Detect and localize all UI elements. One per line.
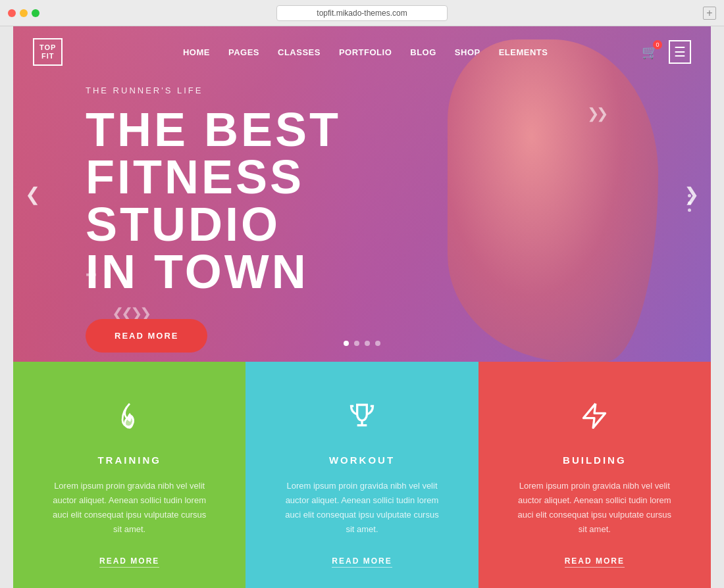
training-title: TRAINING [97, 454, 161, 466]
new-tab-button[interactable]: + [703, 7, 716, 20]
slider-dot-4[interactable] [375, 341, 380, 346]
trophy-icon [348, 401, 376, 436]
building-title: BUILDING [563, 454, 627, 466]
nav-blog[interactable]: BLOG [410, 47, 436, 57]
cart-badge: 0 [653, 40, 662, 49]
main-nav: HOME PAGES CLASSES PORTFOLIO BLOG SHOP E… [89, 47, 642, 57]
slider-dot-3[interactable] [365, 341, 370, 346]
cart-icon[interactable]: 🛒 0 [642, 44, 658, 60]
browser-chrome: topfit.mikado-themes.com + [0, 0, 724, 26]
header-icons: 🛒 0 ☰ [642, 40, 691, 64]
building-text: Lorem ipsum proin gravida nibh vel velit… [515, 479, 673, 537]
workout-read-more[interactable]: READ MORE [332, 556, 392, 568]
site-header: TOP FIT HOME PAGES CLASSES PORTFOLIO BLO… [13, 26, 711, 78]
hero-title: THE BEST FITNESS STUDIO IN TOWN [86, 106, 341, 295]
features-section: TRAINING Lorem ipsum proin gravida nibh … [13, 362, 711, 588]
workout-text: Lorem ipsum proin gravida nibh vel velit… [283, 479, 441, 537]
hero-content: THE RUNNER'S LIFE THE BEST FITNESS STUDI… [86, 86, 341, 353]
deco-dot [688, 208, 691, 212]
nav-portfolio[interactable]: PORTFOLIO [339, 47, 392, 57]
flame-icon [115, 401, 144, 436]
hero-person-image [448, 39, 658, 362]
minimize-button[interactable] [20, 9, 28, 17]
nav-elements[interactable]: ELEMENTS [499, 47, 548, 57]
feature-card-workout: WORKOUT Lorem ipsum proin gravida nibh v… [246, 362, 478, 588]
site-logo[interactable]: TOP FIT [33, 38, 63, 66]
slider-prev-arrow[interactable]: ❮ [25, 184, 40, 205]
workout-title: WORKOUT [329, 454, 395, 466]
slider-dot-1[interactable] [344, 341, 349, 346]
flame-svg [115, 401, 144, 430]
feature-card-training: TRAINING Lorem ipsum proin gravida nibh … [13, 362, 246, 588]
maximize-button[interactable] [32, 9, 39, 17]
feature-card-building: BUILDING Lorem ipsum proin gravida nibh … [478, 362, 711, 588]
slider-next-arrow[interactable]: ❯ [684, 184, 699, 205]
building-read-more[interactable]: READ MORE [565, 556, 625, 568]
address-bar[interactable]: topfit.mikado-themes.com [276, 5, 448, 21]
nav-shop[interactable]: SHOP [455, 47, 480, 57]
hamburger-menu-icon[interactable]: ☰ [669, 40, 691, 64]
nav-home[interactable]: HOME [183, 47, 210, 57]
bolt-icon [580, 401, 609, 436]
hero-subtitle: THE RUNNER'S LIFE [86, 86, 341, 95]
close-button[interactable] [8, 9, 16, 17]
trophy-svg [348, 401, 376, 430]
slider-dots [344, 341, 380, 346]
deco-chevrons-top: ❯❯ [587, 105, 606, 122]
bolt-svg [580, 401, 609, 430]
slider-dot-2[interactable] [354, 341, 359, 346]
browser-actions: + [703, 7, 716, 20]
hero-cta-button[interactable]: READ MORE [86, 319, 207, 353]
nav-pages[interactable]: PAGES [228, 47, 259, 57]
traffic-lights [8, 9, 39, 17]
training-text: Lorem ipsum proin gravida nibh vel velit… [51, 479, 209, 537]
website-container: TOP FIT HOME PAGES CLASSES PORTFOLIO BLO… [13, 26, 711, 588]
nav-classes[interactable]: CLASSES [278, 47, 321, 57]
training-read-more[interactable]: READ MORE [99, 556, 159, 568]
